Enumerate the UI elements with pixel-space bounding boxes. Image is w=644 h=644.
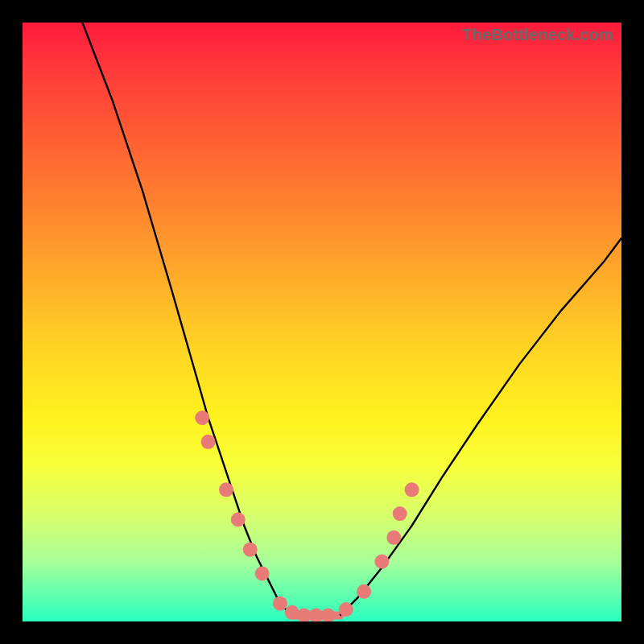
marker-dot [357, 584, 371, 599]
marker-dot [393, 506, 407, 521]
marker-dot [243, 543, 258, 557]
marker-dots [195, 411, 419, 621]
marker-dot [374, 555, 389, 569]
marker-dot [320, 609, 335, 621]
marker-dot [255, 567, 270, 581]
marker-dot [405, 482, 419, 497]
left-curve-path [82, 23, 291, 616]
marker-dot [201, 435, 216, 449]
marker-dot [339, 602, 353, 617]
marker-dot [195, 411, 209, 425]
plot-area: TheBottleneck.com [23, 23, 621, 621]
curve-layer [23, 23, 621, 621]
marker-dot [273, 597, 287, 611]
marker-dot [231, 513, 246, 527]
marker-dot [386, 530, 401, 545]
chart-frame: TheBottleneck.com [0, 0, 644, 644]
marker-dot [219, 482, 233, 497]
